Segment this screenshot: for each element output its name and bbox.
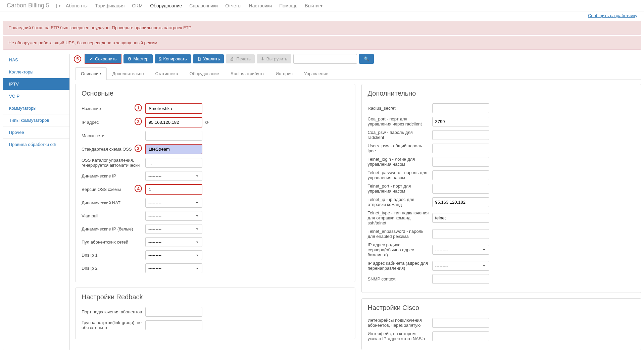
master-button[interactable]: ⚙ Мастер [123, 54, 153, 63]
cabip-label: IP адрес кабинета (адрес для перенаправл… [368, 261, 432, 271]
nav-help[interactable]: Помощь [279, 3, 297, 8]
tenp-input[interactable] [432, 229, 489, 239]
delete-button-label: Удалить [203, 56, 220, 61]
cabip-select[interactable]: --------- [432, 261, 489, 271]
save-button[interactable]: ✔ Сохранить [85, 54, 121, 64]
panel-cisco: Настройки Cisco Интерфейсы подключения а… [361, 298, 642, 350]
top-nav: Carbon Billing 5 | ▾ Абоненты Тарификаци… [0, 0, 644, 11]
dns2-select[interactable]: --------- [145, 263, 202, 273]
sidebar-item-collectors[interactable]: Коллекторы [3, 66, 69, 78]
download-icon: ⬇ [261, 56, 264, 61]
ossver-input[interactable] [145, 184, 202, 195]
sidebar-item-nas[interactable]: NAS [3, 54, 69, 66]
tab-manage[interactable]: Управление [298, 67, 334, 80]
tenp-label: Telnet_enpassword - пароль для enabled р… [368, 229, 432, 239]
nav-logout[interactable]: Выйти ▾ [305, 3, 322, 8]
nav-reports[interactable]: Отчеты [225, 3, 241, 8]
sidebar-item-voip[interactable]: VOIP [3, 90, 69, 102]
rsecret-label: Radius_secret [368, 106, 432, 111]
dynw-select[interactable]: --------- [145, 224, 202, 234]
brand-sep: | ▾ [56, 3, 61, 8]
mask-input[interactable] [145, 131, 202, 141]
search-input[interactable] [293, 54, 357, 64]
marker-4: 4 [135, 185, 142, 192]
brand: Carbon Billing 5 [7, 2, 49, 9]
refresh-icon[interactable]: ⟳ [205, 120, 209, 125]
tip-label: Telnet_ip - ip адрес для отправки команд [368, 197, 432, 207]
rsrv-label: IP адрес радиус сервера(обычно адрес бил… [368, 242, 432, 257]
tab-history[interactable]: История [270, 67, 298, 80]
master-button-label: Мастер [134, 56, 149, 61]
tab-radius[interactable]: Radius атрибуты [225, 67, 270, 80]
copy-button[interactable]: ⎘ Копировать [155, 54, 191, 63]
nav-settings[interactable]: Настройки [249, 3, 272, 8]
sidebar-item-switches[interactable]: Коммутаторы [3, 102, 69, 114]
oss-select[interactable]: LifeStream [145, 144, 202, 154]
panel-add-title: Дополнительно [368, 90, 635, 97]
sidebar-item-iptv[interactable]: IPTV [3, 78, 69, 90]
nav-subscribers[interactable]: Абоненты [66, 3, 88, 8]
name-input[interactable] [145, 103, 202, 114]
panel-main: Основные Название 1 IP адрес 2 [75, 84, 355, 282]
sidebar-item-cdr[interactable]: Правила обработки cdr [3, 139, 69, 150]
copy-button-label: Копировать [163, 56, 187, 61]
rb-port-input[interactable] [145, 307, 202, 317]
nav-refs[interactable]: Справочники [189, 3, 218, 8]
tab-equipment[interactable]: Оборудование [184, 67, 225, 80]
ci-if-input[interactable] [432, 318, 489, 328]
alert-ups: Не обнаружен работающий UPS, база переве… [3, 36, 641, 50]
rsrv-select[interactable]: --------- [432, 245, 489, 255]
panel-redback: Настройки Redback Порт подключения абоне… [75, 288, 355, 339]
nav-equipment[interactable]: Оборудование [150, 3, 182, 8]
pool-label: Пул абонентских сетей [82, 240, 145, 245]
delete-button[interactable]: 🗑 Удалить [193, 54, 224, 63]
print-icon: 🖨 [230, 56, 234, 61]
mask-label: Маска сети [82, 133, 145, 138]
panel-main-title: Основные [82, 90, 349, 97]
search-button[interactable]: 🔍 [359, 54, 374, 64]
print-button-label: Печать [236, 56, 251, 61]
dnat-select[interactable]: --------- [145, 198, 202, 208]
nav-crm[interactable]: CRM [132, 3, 143, 8]
coaport-input[interactable] [432, 117, 489, 126]
print-button: 🖨 Печать [226, 54, 255, 63]
tab-additional[interactable]: Дополнительно [107, 67, 150, 80]
dynip-label: Динамические IP [82, 173, 145, 178]
tport-input[interactable] [432, 184, 489, 194]
coapsw-input[interactable] [432, 130, 489, 140]
osscat-input[interactable] [145, 158, 202, 168]
sidebar: NAS Коллекторы IPTV VOIP Коммутаторы Тип… [3, 54, 70, 350]
dynw-label: Динамические IP (белые) [82, 226, 145, 231]
tab-description[interactable]: Описание [75, 67, 107, 80]
tip-input[interactable] [432, 197, 489, 207]
upsw-input[interactable] [432, 144, 489, 153]
sidebar-item-switchtypes[interactable]: Типы коммутаторов [3, 114, 69, 126]
sidebar-item-other[interactable]: Прочее [3, 126, 69, 139]
coaport-label: Coa_port - порт для управления через rad… [368, 116, 432, 126]
nav-tariffs[interactable]: Тарификация [95, 3, 125, 8]
ci-ipif-input[interactable] [432, 331, 489, 341]
dnat-label: Динамический NAT [82, 200, 145, 205]
dynip-select[interactable]: --------- [145, 171, 202, 181]
ttype-label: Telnet_type - тип подключения для отправ… [368, 210, 432, 225]
tpass-input[interactable] [432, 170, 489, 180]
report-dev-link[interactable]: Сообщить разработчику [588, 13, 637, 18]
marker-2: 2 [135, 118, 142, 125]
vlan-select[interactable]: --------- [145, 211, 202, 221]
check-icon: ✔ [89, 56, 93, 61]
pool-select[interactable]: --------- [145, 237, 202, 247]
snmp-input[interactable] [432, 274, 489, 284]
marker-5: 5 [74, 55, 81, 63]
tpass-label: Telnet_password - пароль для управления … [368, 170, 432, 180]
ttype-input[interactable] [432, 213, 489, 223]
tabs: Описание Дополнительно Статистика Оборуд… [75, 67, 641, 80]
rb-group-input[interactable] [145, 320, 202, 330]
dns1-select[interactable]: --------- [145, 250, 202, 260]
ci-if-label: Интерфейсы подключения абонентов, через … [368, 318, 432, 328]
dns1-label: Dns ip 1 [82, 253, 145, 258]
rsecret-input[interactable] [432, 103, 489, 113]
ip-input[interactable] [145, 117, 202, 127]
save-button-label: Сохранить [95, 56, 117, 61]
tab-stats[interactable]: Статистика [149, 67, 184, 80]
tlogin-input[interactable] [432, 157, 489, 167]
